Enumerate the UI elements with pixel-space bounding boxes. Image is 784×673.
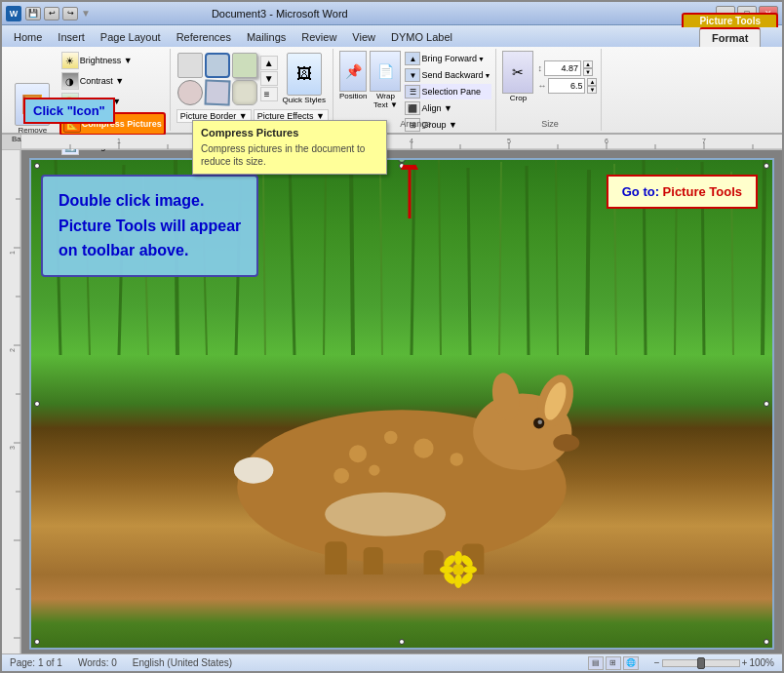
ribbon-group-picture-styles: ▲ ▼ ≡ 🖼 Quick Styles Picture Border ▼ Pi… (173, 49, 333, 131)
horizontal-ruler: 1 2 3 4 5 6 7 (2, 135, 782, 150)
picture-tools-callout: Go to: Picture Tools (607, 175, 758, 209)
width-down[interactable]: ▼ (587, 86, 597, 94)
crop-btn[interactable]: ✂ Crop (502, 51, 533, 102)
quick-styles-btn[interactable]: 🖼 Quick Styles (281, 51, 328, 107)
height-down[interactable]: ▼ (583, 68, 593, 76)
ribbon-group-size: ✂ Crop ↕ ▲ ▼ (498, 49, 602, 131)
view-buttons: ▤ ⊞ 🌐 (588, 656, 639, 670)
height-up[interactable]: ▲ (583, 60, 593, 68)
zoom-slider[interactable] (662, 659, 740, 667)
crop-label: Crop (510, 94, 527, 102)
svg-point-70 (349, 445, 367, 462)
tab-review[interactable]: Review (294, 27, 344, 47)
style-5[interactable] (204, 79, 230, 105)
language-status: English (United States) (133, 657, 232, 668)
fawn-image[interactable]: Double click image. Picture Tools will a… (31, 160, 772, 648)
page-status: Page: 1 of 1 (10, 657, 62, 668)
styles-up[interactable]: ▲ (260, 56, 278, 70)
size-content: ✂ Crop ↕ ▲ ▼ (502, 51, 597, 102)
svg-point-74 (369, 465, 379, 476)
arrow-container (380, 165, 439, 225)
redo-btn[interactable]: ↪ (62, 7, 78, 20)
style-6[interactable] (232, 80, 257, 105)
handle-br (764, 639, 769, 645)
tab-format[interactable]: Format (699, 27, 761, 47)
word-icon: W (6, 6, 21, 21)
go-to-label: Go to: Picture Tools (622, 184, 742, 199)
undo-btn[interactable]: ↩ (44, 7, 59, 20)
width-up[interactable]: ▲ (587, 78, 597, 86)
svg-point-82 (452, 564, 464, 575)
align-btn[interactable]: ⬛ Align ▼ (404, 100, 491, 116)
zoom-thumb[interactable] (697, 657, 705, 669)
instruction-line2: Picture Tools will appear (59, 218, 241, 234)
arrange-label: Arrange (400, 117, 431, 129)
style-4[interactable] (177, 80, 203, 105)
tab-page-layout[interactable]: Page Layout (93, 27, 169, 47)
bring-forward-btn[interactable]: ▲ Bring Forward ▼ (404, 51, 491, 66)
picture-tools-label: Picture Tools (682, 13, 778, 27)
click-icon-callout: Click "Icon" (23, 98, 115, 124)
width-row: ↔ ▲ ▼ (537, 78, 597, 94)
instruction-box: Double click image. Picture Tools will a… (41, 175, 258, 277)
zoom-in[interactable]: + (742, 657, 748, 668)
tab-home[interactable]: Home (6, 27, 50, 47)
svg-point-83 (454, 551, 462, 565)
handle-tr (764, 163, 769, 169)
svg-line-51 (468, 168, 470, 355)
svg-rect-76 (325, 541, 347, 574)
width-input[interactable] (548, 78, 585, 94)
fawn-svg (179, 355, 624, 574)
zoom-out[interactable]: − (654, 657, 660, 668)
svg-text:6: 6 (605, 138, 608, 144)
ruler-v: 1 2 3 (2, 150, 21, 653)
view-print[interactable]: ▤ (588, 656, 604, 670)
svg-text:1: 1 (117, 138, 121, 144)
tab-view[interactable]: View (344, 27, 383, 47)
svg-point-80 (325, 493, 446, 536)
click-icon-text: Click "Icon" (33, 103, 105, 118)
handle-ml (34, 401, 40, 407)
styles-grid (177, 53, 257, 105)
contrast-btn[interactable]: ◑ Contrast ▼ (59, 71, 166, 91)
styles-more[interactable]: ≡ (260, 87, 278, 101)
size-inputs: ↕ ▲ ▼ ↔ ▲ ▼ (537, 51, 597, 102)
svg-line-46 (324, 166, 326, 355)
view-full[interactable]: ⊞ (606, 656, 621, 670)
style-2[interactable] (205, 53, 230, 78)
handle-bl (34, 639, 40, 645)
send-backward-btn[interactable]: ▼ Send Backward ▼ (404, 67, 491, 83)
svg-line-45 (290, 160, 294, 355)
position-btn[interactable]: 📌 Position (339, 51, 367, 109)
handle-bc (399, 639, 405, 645)
height-spinners: ▲ ▼ (583, 60, 593, 76)
brightness-btn[interactable]: ☀ Brightness ▼ (59, 51, 166, 70)
format-tab-wrap: Format (699, 27, 761, 47)
svg-point-81 (234, 457, 274, 484)
handle-tl (34, 163, 40, 169)
svg-text:2: 2 (9, 348, 16, 352)
view-web[interactable]: 🌐 (623, 656, 639, 670)
style-3[interactable] (232, 53, 257, 78)
tab-references[interactable]: References (169, 27, 239, 47)
wrap-text-btn[interactable]: 📄 WrapText ▼ (370, 51, 401, 109)
svg-point-69 (538, 419, 543, 424)
tab-dymo[interactable]: DYMO Label (383, 27, 460, 47)
save-btn[interactable]: 💾 (25, 7, 41, 20)
wrap-text-label: WrapText ▼ (373, 92, 398, 109)
width-spinners: ▲ ▼ (587, 78, 597, 94)
document-page: Double click image. Picture Tools will a… (29, 158, 774, 650)
zoom-level: 100% (749, 657, 774, 668)
styles-down[interactable]: ▼ (260, 71, 278, 86)
arrange-content: 📌 Position 📄 WrapText ▼ ▲ Bring Forward … (339, 51, 491, 109)
ribbon-tabs-bar: Home Insert Page Layout References Maili… (2, 25, 782, 47)
style-1[interactable] (177, 53, 203, 78)
height-input[interactable] (544, 60, 581, 76)
selection-pane-btn[interactable]: ☰ Selection Pane (404, 84, 491, 99)
handle-mr (764, 401, 769, 407)
svg-line-52 (499, 162, 501, 355)
svg-point-84 (454, 574, 462, 588)
compress-tooltip: Compress Pictures Compress pictures in t… (192, 120, 387, 175)
tab-insert[interactable]: Insert (50, 27, 93, 47)
tab-mailings[interactable]: Mailings (239, 27, 294, 47)
